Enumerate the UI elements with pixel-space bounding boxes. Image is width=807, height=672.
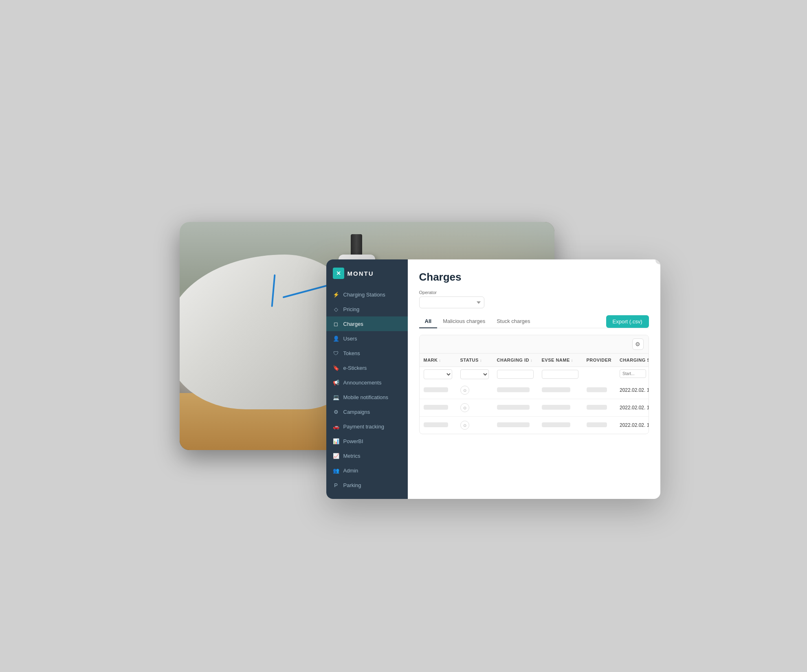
sidebar-item-charges[interactable]: ◻ Charges bbox=[326, 316, 408, 331]
operator-filter: Operator bbox=[419, 290, 649, 308]
sidebar-item-label: Parking bbox=[343, 482, 361, 488]
sidebar-item-label: PowerBI bbox=[343, 438, 363, 444]
users-icon: 👤 bbox=[333, 335, 339, 342]
e-stickers-icon: 🔖 bbox=[333, 365, 339, 371]
cell-mark bbox=[420, 399, 456, 417]
sidebar-item-mobile-notifications[interactable]: 💻 Mobile notifications bbox=[326, 390, 408, 404]
table-row: ⊙2022.02.02. 11:15Guest charging bbox=[420, 382, 649, 399]
sidebar-item-label: Metrics bbox=[343, 453, 361, 459]
export-button[interactable]: Export (.csv) bbox=[606, 315, 649, 328]
charges-table-wrapper: ⚙ MARK↕STATUS↕CHARGING ID↕EVSE NAME↕PROV… bbox=[419, 335, 649, 434]
status-filter-select[interactable] bbox=[460, 369, 489, 379]
ui-card: ◀ ✕ MONTU ⚡ Charging Stations ◇ Pricing … bbox=[326, 259, 660, 499]
sidebar-item-e-stickers[interactable]: 🔖 e-Stickers bbox=[326, 360, 408, 375]
table-settings-button[interactable]: ⚙ bbox=[632, 338, 644, 350]
provider-skeleton bbox=[587, 405, 607, 410]
provider-skeleton bbox=[587, 422, 607, 427]
mark-skeleton bbox=[424, 422, 448, 427]
mobile-notifications-icon: 💻 bbox=[333, 394, 339, 400]
col-charging-started[interactable]: CHARGING STARTED↕ bbox=[616, 354, 649, 367]
sidebar-item-label: Mobile notifications bbox=[343, 394, 389, 400]
charging-id-filter-input[interactable] bbox=[497, 370, 534, 379]
sidebar-item-admin[interactable]: 👥 Admin bbox=[326, 463, 408, 478]
sidebar-item-label: Users bbox=[343, 336, 357, 342]
table-row: ⊙2022.02.02. 11:13Guest charging bbox=[420, 399, 649, 417]
mark-skeleton bbox=[424, 387, 448, 392]
cell-evse-name bbox=[538, 417, 583, 434]
sidebar-item-parking[interactable]: P Parking bbox=[326, 478, 408, 492]
sidebar-item-pricing[interactable]: ◇ Pricing bbox=[326, 302, 408, 316]
powerbi-icon: 📊 bbox=[333, 438, 339, 444]
charges-icon: ◻ bbox=[333, 321, 339, 327]
sidebar-nav: ⚡ Charging Stations ◇ Pricing ◻ Charges … bbox=[326, 287, 408, 492]
cell-charging-id bbox=[493, 417, 538, 434]
charges-table: MARK↕STATUS↕CHARGING ID↕EVSE NAME↕PROVID… bbox=[420, 354, 649, 434]
col-evse-name[interactable]: EVSE NAME↕ bbox=[538, 354, 583, 367]
evse-name-skeleton bbox=[542, 405, 570, 410]
sidebar-item-label: Campaigns bbox=[343, 409, 370, 415]
date-start-input[interactable] bbox=[620, 369, 646, 378]
tab-stuck-charges[interactable]: Stuck charges bbox=[491, 315, 536, 328]
cell-mark bbox=[420, 382, 456, 399]
sidebar-item-label: Admin bbox=[343, 468, 358, 474]
sidebar-item-metrics[interactable]: 📈 Metrics bbox=[326, 448, 408, 463]
sidebar-item-label: e-Stickers bbox=[343, 365, 367, 371]
sidebar-item-announcements[interactable]: 📢 Announcements bbox=[326, 375, 408, 390]
mark-skeleton bbox=[424, 405, 448, 410]
filter-row: → 📅 Clear filters bbox=[420, 367, 649, 382]
sidebar-item-tokens[interactable]: 🛡 Tokens bbox=[326, 346, 408, 360]
mark-filter-select[interactable] bbox=[424, 369, 452, 379]
cell-charging-started: 2022.02.02. 11:13 bbox=[616, 399, 649, 417]
tabs-row: AllMalicious chargesStuck charges Export… bbox=[419, 315, 649, 328]
admin-icon: 👥 bbox=[333, 467, 339, 474]
evse-name-filter-input[interactable] bbox=[542, 370, 578, 379]
sidebar-item-payment-tracking[interactable]: 🚗 Payment tracking bbox=[326, 419, 408, 434]
outer-container: ◀ ✕ MONTU ⚡ Charging Stations ◇ Pricing … bbox=[180, 222, 628, 450]
mark-filter bbox=[420, 367, 456, 382]
logo-icon: ✕ bbox=[333, 268, 344, 279]
sidebar-item-label: Charging Stations bbox=[343, 292, 385, 298]
campaigns-icon: ⚙ bbox=[333, 408, 339, 415]
cell-status: ⊙ bbox=[456, 382, 493, 399]
cell-provider bbox=[583, 399, 616, 417]
main-content: Charges Operator AllMalicious chargesStu… bbox=[408, 259, 660, 499]
col-mark[interactable]: MARK↕ bbox=[420, 354, 456, 367]
logo-text: MONTU bbox=[347, 270, 374, 277]
provider-skeleton bbox=[587, 387, 607, 392]
col-charging-id[interactable]: CHARGING ID↕ bbox=[493, 354, 538, 367]
evse-name-filter bbox=[538, 367, 583, 382]
col-status[interactable]: STATUS↕ bbox=[456, 354, 493, 367]
table-row: ⊙2022.02.02. 10:47Guest charging bbox=[420, 417, 649, 434]
operator-select[interactable] bbox=[419, 296, 484, 308]
operator-label: Operator bbox=[419, 290, 649, 295]
parking-icon: P bbox=[333, 482, 339, 488]
sidebar-item-charging-stations[interactable]: ⚡ Charging Stations bbox=[326, 287, 408, 302]
cell-charging-id bbox=[493, 399, 538, 417]
cell-evse-name bbox=[538, 382, 583, 399]
evse-name-skeleton bbox=[542, 387, 570, 392]
charging-id-skeleton bbox=[497, 405, 530, 410]
charging-stations-icon: ⚡ bbox=[333, 291, 339, 298]
provider-filter bbox=[583, 367, 616, 382]
status-filter bbox=[456, 367, 493, 382]
col-provider: PROVIDER bbox=[583, 354, 616, 367]
sidebar: ✕ MONTU ⚡ Charging Stations ◇ Pricing ◻ … bbox=[326, 259, 408, 499]
sidebar-item-powerbi[interactable]: 📊 PowerBI bbox=[326, 434, 408, 448]
status-icon: ⊙ bbox=[460, 386, 469, 395]
cell-charging-started: 2022.02.02. 10:47 bbox=[616, 417, 649, 434]
tab-malicious-charges[interactable]: Malicious charges bbox=[437, 315, 491, 328]
cell-evse-name bbox=[538, 399, 583, 417]
gear-icon: ⚙ bbox=[635, 341, 640, 347]
announcements-icon: 📢 bbox=[333, 379, 339, 386]
sidebar-item-label: Announcements bbox=[343, 380, 382, 386]
sidebar-item-label: Charges bbox=[343, 321, 363, 327]
pricing-icon: ◇ bbox=[333, 306, 339, 312]
cell-status: ⊙ bbox=[456, 417, 493, 434]
sidebar-item-label: Pricing bbox=[343, 306, 360, 312]
payment-tracking-icon: 🚗 bbox=[333, 423, 339, 430]
sidebar-item-users[interactable]: 👤 Users bbox=[326, 331, 408, 346]
sidebar-item-campaigns[interactable]: ⚙ Campaigns bbox=[326, 404, 408, 419]
metrics-icon: 📈 bbox=[333, 452, 339, 459]
tab-all[interactable]: All bbox=[419, 315, 438, 328]
charging-id-skeleton bbox=[497, 422, 530, 427]
